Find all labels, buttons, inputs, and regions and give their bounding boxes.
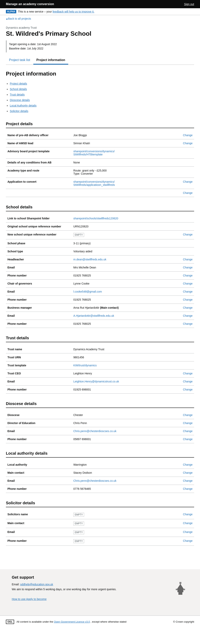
chair-email-link[interactable]: l.cooke548@gmail.com [73,290,102,293]
change-link[interactable]: Change [183,522,193,525]
toc-item: Solicitor details [10,108,194,114]
change-link[interactable]: Change [183,471,193,474]
support-title: Get support [12,575,188,580]
row-label: Email [6,312,72,320]
change-link[interactable]: Change [183,290,193,293]
svg-rect-1 [178,590,183,592]
svg-point-3 [176,589,177,590]
row-label: Advisory board project template [6,147,72,158]
change-link[interactable]: Change [183,306,193,309]
row-value: Simran Khatri [72,139,166,147]
row-value: URN120620 [72,222,166,230]
toc-link-local-authority-details[interactable]: Local Authority details [10,104,36,107]
table-row: School phase 3-11 (primary) [6,239,194,247]
local-authority-email-link[interactable]: Chris.penn@chesterdioscses.co.uk [73,479,116,482]
toc-item: Trust details [10,92,194,97]
back-link[interactable]: Back to all projects [6,17,31,20]
row-label: Email [6,288,72,296]
tab-project-information[interactable]: Project information [33,56,68,64]
row-value: KIM/trust/dynamics [72,361,166,369]
tab-bar: Project task list Project information [6,56,194,65]
row-value: Stacey Dodson [72,468,166,476]
row-value: sharepoint/conversions/dynamics/StWilfre… [72,147,166,158]
toc-link-dioscese-details[interactable]: Dioscese details [10,98,30,102]
row-value: Warrington [72,461,166,469]
business-mgr-email-link[interactable]: A.Hjartardottir@stwillfreds.edu.uk [73,314,114,317]
table-row: Email l.cooke548@gmail.com Change [6,288,194,296]
toc-link-project-details[interactable]: Project details [10,82,27,85]
row-value: sharepoint/conversions/dynamics/StWilfre… [72,178,166,189]
svg-rect-0 [179,592,182,595]
change-link[interactable]: Change [183,414,193,416]
row-value: Chris.penn@chesterdioscses.co.uk [72,427,166,435]
change-link[interactable]: Change [183,479,193,482]
row-label: Solicitors name [6,510,72,519]
change-link[interactable]: Change [183,438,193,441]
trust-ceo-email-link[interactable]: Leighton.Henry@dynamicstrust.co.uk [73,380,119,383]
row-label: Email [6,528,72,537]
sharepoint-link[interactable]: sharepoint/schools/stwillfreds120620 [73,217,118,220]
how-to-link[interactable]: How to use Apply to become [12,598,46,601]
change-link[interactable]: Change [183,463,193,466]
row-value: EMPTY [72,519,166,528]
toc-link-trust-details[interactable]: Trust details [10,93,25,96]
support-response-text: We aim to respond within 5 working days,… [12,587,116,592]
toc-link-school-details[interactable]: School details [10,88,27,91]
row-label: Phone number [6,537,72,546]
change-link[interactable]: Change [183,258,193,261]
svg-marker-2 [177,584,184,590]
change-link[interactable]: Change [183,282,193,285]
change-link[interactable]: Change [183,539,193,542]
ogl-tag: OGL [6,620,14,624]
row-value: EMPTY [72,537,166,546]
change-link[interactable]: Change [183,134,193,137]
change-link[interactable]: Change [183,142,193,145]
change-link-extra[interactable]: Change [183,191,193,194]
change-link[interactable]: Change [183,380,193,383]
row-value: 0776 5678465 [72,485,166,493]
change-link[interactable]: Change [183,513,193,516]
row-value: 01925 698001 [72,386,166,394]
change-link[interactable]: Change [183,372,193,375]
sign-out-button[interactable]: Sign out [184,2,194,6]
application-convert-link[interactable]: sharepoint/conversions/dynamics/StWilfre… [73,180,115,186]
project-header: Dynamics academy Trust St. Wildred's Pri… [6,26,194,52]
alpha-text: This is a new service – your feedback wi… [18,10,94,13]
change-link[interactable]: Change [183,322,193,325]
trust-template-link[interactable]: KIM/trust/dynamics [73,364,97,367]
row-label: Phone number [6,320,72,328]
row-value: 05897 698001 [72,435,166,443]
licence-link[interactable]: Open Government Licence v3.0 [54,620,90,623]
change-link[interactable]: Change [183,487,193,490]
page-title: Project information [6,71,194,77]
change-link[interactable]: Change [183,274,193,277]
row-value: Chris Penn [72,419,166,427]
change-link[interactable]: Change [183,180,193,183]
table-row: Academy type and route Route: grant only… [6,166,194,178]
support-email-link[interactable]: sddhelp@education.gov.uk [20,583,53,586]
change-link[interactable]: Change [183,314,193,317]
change-link[interactable]: Change [183,266,193,269]
svg-point-5 [184,589,185,590]
tab-project-task-list[interactable]: Project task list [6,56,33,64]
feedback-link[interactable]: feedback will help us to improve it. [52,10,94,13]
change-link[interactable]: Change [183,233,193,236]
headteacher-email-link[interactable]: m.dean@stwillfreds.edu.uk [73,258,106,261]
row-label: Headteacher [6,255,72,263]
row-label: Trust name [6,345,72,354]
row-value: EMPTY [72,510,166,519]
dioscese-email-link[interactable]: Chris.penn@chesterdioscses.co.uk [73,430,116,433]
local-authority-details-section: Local authority details Local authority … [6,451,194,493]
solicitor-details-section: Solicitor details Solicitors name EMPTY … [6,501,194,546]
toc-link-solicitor-details[interactable]: Solicitor details [10,110,28,113]
row-value: Lynne Cooke [72,280,166,288]
site-header: Manage an academy conversion Sign out [0,0,200,8]
change-link[interactable]: Change [183,530,193,534]
change-link[interactable]: Change [183,388,193,391]
table-row: School type Voluntary aided [6,247,194,255]
change-link[interactable]: Change [183,422,193,424]
advisory-board-link[interactable]: sharepoint/conversions/dynamics/StWilfre… [73,150,115,156]
change-link[interactable]: Change [183,430,193,433]
change-link[interactable]: Change [183,298,193,301]
table-row: Phone number 01925 698001 Change [6,386,194,394]
